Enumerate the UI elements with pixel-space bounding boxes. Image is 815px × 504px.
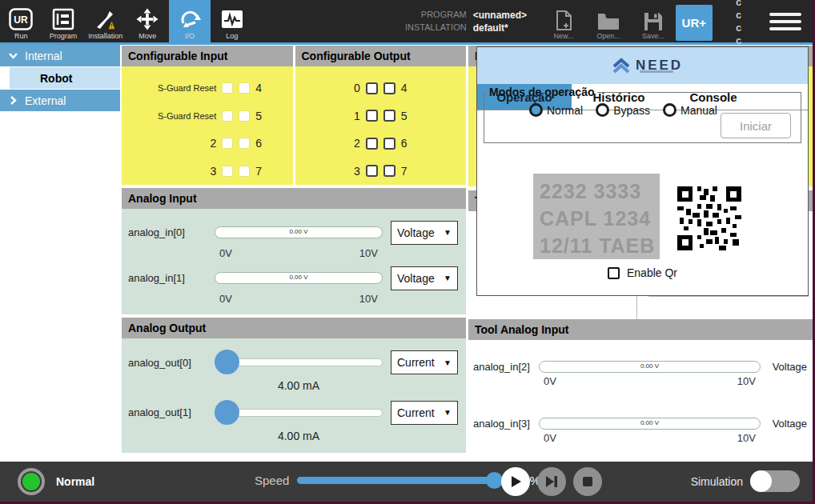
- sidebar-item-internal[interactable]: Internal: [0, 45, 120, 66]
- config-input-row: S-Guard Reset 4: [122, 78, 293, 98]
- save-button[interactable]: Save...: [631, 0, 676, 42]
- stop-icon: [582, 476, 593, 487]
- config-input-checkbox[interactable]: [222, 138, 233, 149]
- radio-normal[interactable]: Normal: [529, 103, 583, 117]
- config-input-checkbox[interactable]: [222, 82, 233, 94]
- stop-button[interactable]: [573, 467, 602, 496]
- play-icon: [510, 475, 522, 488]
- tab-log[interactable]: Log: [211, 0, 253, 42]
- chevron-down-icon: ▼: [444, 274, 452, 282]
- status-green-dot: [22, 473, 40, 490]
- config-input-checkbox[interactable]: [239, 82, 250, 94]
- simulation-control: Simulation: [691, 470, 800, 492]
- play-button[interactable]: [501, 467, 530, 496]
- analog-in-1-meter: 0.00 V: [215, 272, 383, 284]
- sidebar-item-external[interactable]: External: [0, 90, 120, 111]
- analog-in-2-meter: 0.00 V: [539, 361, 761, 373]
- transport-controls: [501, 467, 602, 496]
- config-output-row: 2 6: [295, 133, 467, 154]
- operation-modes-group: Modos de operação Normal Bypass: [484, 86, 801, 143]
- tab-move[interactable]: Move: [126, 0, 169, 42]
- analog-in-3-meter: 0.00 V: [539, 418, 761, 430]
- status-label: Normal: [56, 475, 94, 488]
- run-icon: UR: [9, 6, 33, 32]
- config-output-checkbox[interactable]: [366, 138, 378, 150]
- code-display: 2232 3333 CAPL 1234 12/11 TAEB: [533, 174, 660, 259]
- top-toolbar: UR Run Program ! Installation Move: [0, 0, 813, 42]
- analog-out-0-slider[interactable]: [215, 358, 383, 366]
- speed-label: Speed: [255, 474, 289, 487]
- enable-qr-checkbox[interactable]: [608, 267, 620, 279]
- urplus-badge[interactable]: UR+: [676, 5, 713, 41]
- config-input-checkbox[interactable]: [222, 166, 233, 177]
- analog-out-1-domain-dropdown[interactable]: Current ▼: [391, 401, 458, 425]
- radio-manual-control[interactable]: [663, 103, 676, 117]
- config-input-checkbox[interactable]: [239, 110, 250, 122]
- analog-in-1-row: analog_in[1] 0.00 V Voltage ▼: [128, 266, 458, 290]
- config-input-checkbox[interactable]: [239, 166, 250, 177]
- program-icon: [52, 6, 74, 32]
- open-folder-icon: [596, 11, 620, 32]
- config-output-checkbox[interactable]: [366, 165, 378, 177]
- config-output-checkbox[interactable]: [366, 110, 378, 122]
- speed-control: Speed 100%: [255, 474, 540, 487]
- analog-in-0-domain-dropdown[interactable]: Voltage ▼: [391, 221, 458, 245]
- config-input-row: 3 7: [122, 161, 293, 182]
- analog-output-header: Analog Output: [122, 318, 466, 338]
- speed-slider[interactable]: [297, 477, 501, 484]
- analog-in-1-domain-dropdown[interactable]: Voltage ▼: [391, 266, 458, 290]
- sidebar-item-robot[interactable]: Robot: [10, 67, 120, 89]
- config-input-row: 2 6: [122, 133, 293, 154]
- tab-program[interactable]: Program: [42, 0, 85, 42]
- analog-out-1-value: 4.00 mA: [215, 425, 383, 442]
- chevron-down-icon: ▼: [444, 228, 452, 237]
- enable-qr-row: Enable Qr: [477, 266, 808, 279]
- config-output-checkbox[interactable]: [383, 82, 395, 94]
- svg-text:!: !: [110, 23, 112, 29]
- radio-bypass-control[interactable]: [596, 103, 609, 117]
- open-button[interactable]: Open...: [586, 0, 631, 42]
- analog-out-1-slider[interactable]: [215, 409, 383, 417]
- config-output-checkbox[interactable]: [383, 110, 395, 122]
- bottom-bar: Normal Speed 100% Simulation: [0, 462, 813, 502]
- new-button[interactable]: New...: [541, 0, 586, 42]
- step-button[interactable]: [537, 467, 566, 496]
- simulation-toggle-knob[interactable]: [750, 470, 772, 492]
- config-output-checkbox[interactable]: [383, 138, 395, 150]
- analog-out-1-slider-knob[interactable]: [215, 400, 239, 425]
- simulation-toggle[interactable]: [750, 470, 800, 492]
- iniciar-button[interactable]: Iniciar: [721, 113, 791, 138]
- divider: [648, 296, 809, 297]
- config-output-checkbox[interactable]: [383, 165, 395, 177]
- log-icon: [220, 6, 244, 32]
- hamburger-menu-icon[interactable]: [769, 13, 801, 30]
- configurable-output-section: Configurable Output 0 4 1: [295, 46, 467, 185]
- need-tagline-bar: [640, 70, 673, 73]
- analog-in-2-row: analog_in[2] 0.00 V Voltage: [473, 361, 807, 373]
- radio-normal-control[interactable]: [529, 103, 543, 117]
- file-operations: New... Open... Save...: [541, 0, 676, 42]
- config-input-checkbox[interactable]: [239, 138, 250, 149]
- robot-status: Normal: [18, 468, 94, 495]
- installation-icon: !: [94, 6, 118, 32]
- radio-manual[interactable]: Manual: [663, 103, 717, 117]
- config-output-checkbox[interactable]: [366, 82, 378, 94]
- tab-io[interactable]: I/O: [169, 0, 211, 42]
- tab-run[interactable]: UR Run: [0, 0, 42, 42]
- config-input-checkbox[interactable]: [222, 110, 233, 122]
- status-indicator[interactable]: [18, 468, 45, 495]
- save-icon: [643, 11, 664, 32]
- chevron-down-icon: [8, 50, 18, 61]
- radio-bypass[interactable]: Bypass: [596, 103, 650, 117]
- qr-code: [677, 186, 741, 250]
- configurable-input-header: Configurable Input: [122, 46, 293, 66]
- analog-in-0-row: analog_in[0] 0.00 V Voltage ▼: [128, 221, 458, 245]
- analog-out-0-domain-dropdown[interactable]: Current ▼: [391, 350, 458, 374]
- installation-name: default*: [473, 22, 527, 34]
- tab-installation[interactable]: ! Installation: [84, 0, 126, 42]
- analog-input-header: Analog Input: [122, 188, 466, 209]
- analog-out-0-slider-knob[interactable]: [215, 350, 239, 374]
- analog-out-0-row: analog_out[0] Current ▼: [128, 350, 458, 374]
- chevron-down-icon: ▼: [444, 408, 452, 417]
- io-main-panel: Configurable Input S-Guard Reset 4 S-Gua…: [120, 45, 813, 462]
